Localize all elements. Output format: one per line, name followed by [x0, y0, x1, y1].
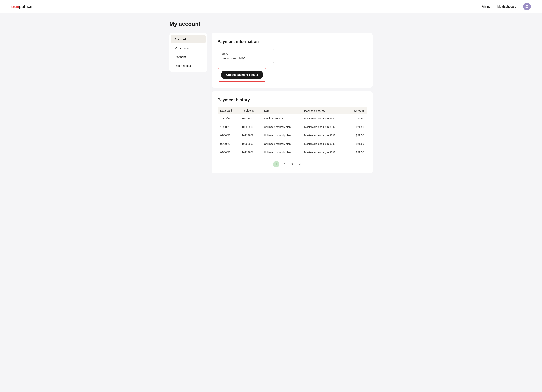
table-row: 07/10/23 10923806 Unlimited monthly plan… [217, 148, 367, 157]
table-row: 10/12/23 10923810 Single document Master… [217, 114, 367, 123]
cell-date: 10/10/23 [217, 123, 239, 131]
cell-item: Unlimited monthly plan [261, 123, 302, 131]
cell-date: 09/10/23 [217, 131, 239, 140]
pagination: 1 2 3 4 › [217, 161, 367, 167]
avatar[interactable] [523, 3, 531, 10]
payment-history-card: Payment history Date paid Invoice ID Ite… [211, 91, 373, 173]
cell-amount: $21.50 [347, 131, 367, 140]
col-date: Date paid [217, 107, 239, 114]
cell-item: Unlimited monthly plan [261, 131, 302, 140]
main-content: Payment information VISA •••• •••• •••• … [211, 33, 373, 173]
card-type: VISA [222, 52, 270, 55]
cell-method: Mastercard ending in 3302 [302, 114, 347, 123]
content-layout: Account Membership Payment Refer friends… [169, 33, 373, 173]
table-body: 10/12/23 10923810 Single document Master… [217, 114, 367, 156]
table-row: 08/10/23 10923807 Unlimited monthly plan… [217, 140, 367, 148]
cell-invoice: 10923807 [239, 140, 261, 148]
payment-history-table: Date paid Invoice ID Item Payment method… [217, 107, 367, 156]
page-container: My account Account Membership Payment Re… [158, 13, 384, 181]
logo-path: path.ai [19, 4, 33, 9]
cell-amount: $4.90 [347, 114, 367, 123]
main-nav: Pricing My dashboard [481, 3, 531, 10]
cell-method: Mastercard ending in 3302 [302, 140, 347, 148]
cell-amount: $21.50 [347, 148, 367, 157]
sidebar-item-payment[interactable]: Payment [171, 53, 206, 61]
table-row: 10/10/23 10923809 Unlimited monthly plan… [217, 123, 367, 131]
page-3-button[interactable]: 3 [289, 161, 295, 167]
sidebar-item-refer[interactable]: Refer friends [171, 61, 206, 70]
sidebar-item-account[interactable]: Account [171, 35, 206, 43]
cell-amount: $21.50 [347, 123, 367, 131]
cell-item: Unlimited monthly plan [261, 148, 302, 157]
cell-date: 08/10/23 [217, 140, 239, 148]
page-2-button[interactable]: 2 [281, 161, 287, 167]
logo-true: true [11, 4, 19, 9]
cell-item: Single document [261, 114, 302, 123]
cell-date: 10/12/23 [217, 114, 239, 123]
cell-item: Unlimited monthly plan [261, 140, 302, 148]
page-1-button[interactable]: 1 [273, 161, 279, 167]
page-title: My account [169, 21, 373, 27]
cell-invoice: 10923806 [239, 148, 261, 157]
cell-amount: $21.50 [347, 140, 367, 148]
sidebar: Account Membership Payment Refer friends [169, 33, 207, 72]
payment-card-box: VISA •••• •••• •••• 1480 [217, 48, 274, 63]
payment-history-title: Payment history [217, 97, 367, 102]
page-4-button[interactable]: 4 [297, 161, 303, 167]
col-item: Item [261, 107, 302, 114]
cell-date: 07/10/23 [217, 148, 239, 157]
cell-invoice: 10923809 [239, 123, 261, 131]
col-method: Payment method [302, 107, 347, 114]
cell-method: Mastercard ending in 3302 [302, 131, 347, 140]
cell-method: Mastercard ending in 3302 [302, 148, 347, 157]
cell-method: Mastercard ending in 3302 [302, 123, 347, 131]
cell-invoice: 10923810 [239, 114, 261, 123]
table-row: 09/10/23 10923808 Unlimited monthly plan… [217, 131, 367, 140]
header: truepath.ai Pricing My dashboard [0, 0, 542, 13]
payment-info-card: Payment information VISA •••• •••• •••• … [211, 33, 373, 88]
col-amount: Amount [347, 107, 367, 114]
nav-dashboard[interactable]: My dashboard [497, 5, 516, 8]
update-btn-wrapper: Update payment details [217, 68, 266, 82]
card-number: •••• •••• •••• 1480 [222, 57, 270, 60]
pagination-next-button[interactable]: › [305, 161, 311, 167]
cell-invoice: 10923808 [239, 131, 261, 140]
payment-info-title: Payment information [217, 39, 367, 44]
nav-pricing[interactable]: Pricing [481, 5, 491, 8]
table-header: Date paid Invoice ID Item Payment method… [217, 107, 367, 114]
col-invoice: Invoice ID [239, 107, 261, 114]
update-payment-button[interactable]: Update payment details [221, 70, 263, 79]
sidebar-item-membership[interactable]: Membership [171, 44, 206, 52]
logo[interactable]: truepath.ai [11, 4, 32, 9]
